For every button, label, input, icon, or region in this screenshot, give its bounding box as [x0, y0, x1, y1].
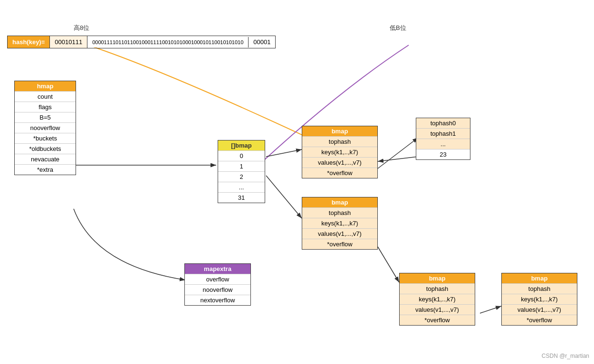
tophash-0: tophash0: [416, 118, 470, 129]
bmap-array-2: 2: [218, 172, 265, 182]
mapextra-box: mapextra overflow nooverflow nextoverflo…: [184, 263, 251, 306]
bmap4-keys: keys(k1,..,k7): [502, 294, 577, 305]
bmap-array-box: []bmap 0 1 2 ... 31: [218, 140, 265, 203]
high8-label: 高8位: [74, 24, 89, 32]
hash-high8: 00010111: [50, 36, 87, 48]
bmap4-header: bmap: [502, 273, 577, 284]
svg-line-9: [480, 306, 501, 313]
hmap-box: hmap count flags B=5 nooverflow *buckets…: [14, 81, 76, 175]
svg-line-6: [378, 138, 418, 168]
svg-line-7: [378, 157, 418, 161]
bmap1-header: bmap: [302, 126, 377, 137]
hash-low: 00001: [249, 36, 275, 48]
bmap2-box: bmap tophash keys(k1,..,k7) values(v1,..…: [302, 197, 378, 250]
hmap-row-nooverflow: nooverflow: [15, 123, 76, 133]
bmap4-box: bmap tophash keys(k1,..,k7) values(v1,..…: [501, 273, 577, 326]
hmap-row-flags: flags: [15, 102, 76, 112]
tophash-box: tophash0 tophash1 ... 23: [416, 118, 470, 160]
bmap1-values: values(v1,...,v7): [302, 158, 377, 168]
bmap2-keys: keys(k1,..,k7): [302, 218, 377, 229]
bmap-array-header: []bmap: [218, 140, 265, 151]
bmap1-box: bmap tophash keys(k1,..,k7) values(v1,..…: [302, 126, 378, 178]
tophash-23: 23: [416, 149, 470, 159]
svg-line-4: [266, 149, 302, 157]
bmap-array-0: 0: [218, 151, 265, 161]
bmap1-keys: keys(k1,..,k7): [302, 147, 377, 158]
bmap4-overflow: *overflow: [502, 315, 577, 325]
bmap3-values: values(v1,...,v7): [400, 305, 475, 315]
low8-label: 低B位: [390, 24, 406, 32]
bmap2-tophash: tophash: [302, 208, 377, 218]
bmap2-header: bmap: [302, 197, 377, 208]
tophash-dots: ...: [416, 139, 470, 149]
bmap2-values: values(v1,...,v7): [302, 229, 377, 239]
bmap1-tophash: tophash: [302, 137, 377, 147]
hmap-row-extra: *extra: [15, 165, 76, 175]
bmap3-tophash: tophash: [400, 284, 475, 294]
hmap-row-b: B=5: [15, 112, 76, 123]
bmap2-overflow: *overflow: [302, 239, 377, 249]
hash-label: hash(key)=: [8, 36, 50, 48]
bmap3-overflow: *overflow: [400, 315, 475, 325]
tophash-1: tophash1: [416, 129, 470, 139]
bmap3-box: bmap tophash keys(k1,..,k7) values(v1,..…: [399, 273, 475, 326]
bmap3-header: bmap: [400, 273, 475, 284]
hash-row: hash(key)= 00010111 00001111011011001000…: [7, 36, 276, 48]
svg-line-5: [266, 176, 302, 218]
bmap-array-dots: ...: [218, 182, 265, 193]
bmap-array-31: 31: [218, 193, 265, 203]
svg-line-8: [378, 247, 399, 282]
mapextra-nextoverflow: nextoverflow: [185, 295, 250, 305]
hmap-row-nevacuate: nevacuate: [15, 154, 76, 165]
watermark: CSDN @r_martian: [542, 353, 589, 359]
bmap4-values: values(v1,...,v7): [502, 305, 577, 315]
mapextra-header: mapextra: [185, 264, 250, 274]
hmap-header: hmap: [15, 81, 76, 92]
mapextra-overflow: overflow: [185, 274, 250, 285]
hash-middle: 0000111101101100100011110010101000100010…: [87, 37, 249, 47]
bmap4-tophash: tophash: [502, 284, 577, 294]
diagram-container: 高8位 低B位 hash(key)= 00010111 000011110110…: [0, 0, 594, 364]
bmap3-keys: keys(k1,..,k7): [400, 294, 475, 305]
hmap-row-oldbuckets: *oldbuckets: [15, 144, 76, 154]
hmap-row-count: count: [15, 92, 76, 102]
bmap1-overflow: *overflow: [302, 168, 377, 178]
mapextra-nooverflow: nooverflow: [185, 285, 250, 295]
bmap-array-1: 1: [218, 161, 265, 172]
hmap-row-buckets: *buckets: [15, 133, 76, 144]
